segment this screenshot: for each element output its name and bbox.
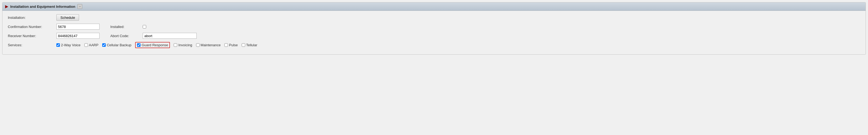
service-aarp: AARP <box>85 43 98 47</box>
confirmation-input[interactable] <box>56 24 99 30</box>
installation-row: Installation: Schedule <box>8 14 860 21</box>
section-icon: ▶ <box>5 4 8 9</box>
service-pulse: Pulse <box>224 43 238 47</box>
confirmation-label: Confirmation Number: <box>8 25 56 29</box>
guard-response-label: Guard Response <box>142 43 168 47</box>
service-two-way-voice: 2-Way Voice <box>56 43 81 47</box>
installed-label: Installed: <box>110 25 143 29</box>
confirmation-left: Confirmation Number: <box>8 24 99 30</box>
services-row: Services: 2-Way Voice AARP Cellular Back… <box>8 41 860 48</box>
section-header: ▶ Installation and Equipment Information… <box>2 2 866 11</box>
cellular-backup-checkbox[interactable] <box>102 43 106 47</box>
service-cellular-backup: Cellular Backup <box>102 43 131 47</box>
tellular-label: Tellular <box>246 43 257 47</box>
pulse-checkbox[interactable] <box>224 43 228 47</box>
two-way-voice-label: 2-Way Voice <box>61 43 81 47</box>
invoicing-label: Invoicing <box>178 43 192 47</box>
receiver-input[interactable] <box>56 33 99 39</box>
installation-field: Schedule <box>56 14 860 21</box>
receiver-field <box>56 33 99 39</box>
confirmation-field <box>56 24 99 30</box>
schedule-button[interactable]: Schedule <box>56 14 79 21</box>
aarp-checkbox[interactable] <box>85 43 88 47</box>
services-label: Services: <box>8 43 56 47</box>
invoicing-checkbox[interactable] <box>174 43 177 47</box>
maintenance-checkbox[interactable] <box>196 43 199 47</box>
receiver-label: Receiver Number: <box>8 34 56 38</box>
collapse-button[interactable]: − <box>78 4 82 9</box>
abort-code-label: Abort Code: <box>110 34 143 38</box>
section-body: Installation: Schedule Confirmation Numb… <box>2 11 866 54</box>
service-tellular: Tellular <box>242 43 257 47</box>
services-checkboxes: 2-Way Voice AARP Cellular Backup Guard R… <box>56 42 261 48</box>
abort-code-input[interactable] <box>143 33 197 39</box>
guard-response-checkbox[interactable] <box>137 43 141 47</box>
installed-checkbox[interactable] <box>143 25 146 29</box>
installation-equipment-section: ▶ Installation and Equipment Information… <box>2 2 866 55</box>
maintenance-label: Maintenance <box>201 43 221 47</box>
pulse-label: Pulse <box>229 43 238 47</box>
tellular-checkbox[interactable] <box>242 43 245 47</box>
installed-right: Installed: <box>110 25 146 29</box>
installation-label: Installation: <box>8 15 56 19</box>
receiver-left: Receiver Number: <box>8 33 99 39</box>
service-guard-response: Guard Response <box>135 42 170 48</box>
section-title: Installation and Equipment Information <box>10 5 75 9</box>
service-invoicing: Invoicing <box>174 43 192 47</box>
confirmation-row: Confirmation Number: Installed: <box>8 23 860 30</box>
two-way-voice-checkbox[interactable] <box>56 43 60 47</box>
cellular-backup-label: Cellular Backup <box>107 43 131 47</box>
receiver-row: Receiver Number: Abort Code: <box>8 32 860 39</box>
aarp-label: AARP <box>89 43 98 47</box>
abort-right: Abort Code: <box>110 33 197 39</box>
service-maintenance: Maintenance <box>196 43 221 47</box>
